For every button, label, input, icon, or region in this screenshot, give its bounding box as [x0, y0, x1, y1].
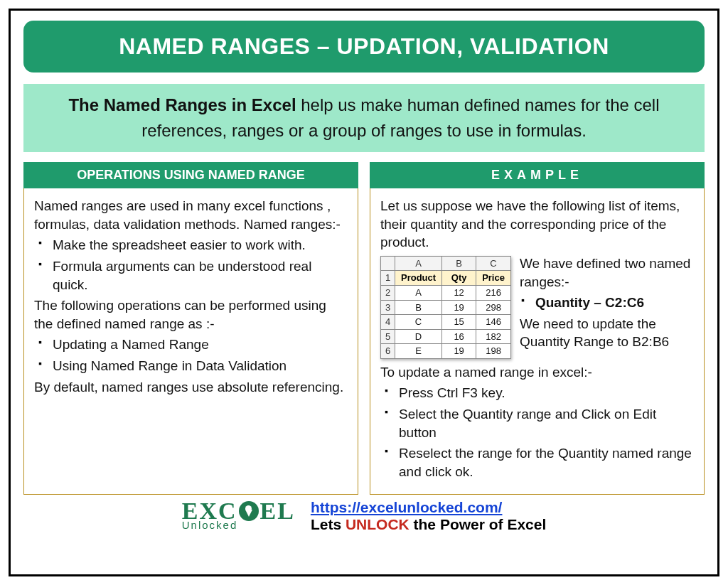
cell: 19 [442, 300, 476, 315]
row-header-1: 1 [381, 271, 395, 286]
cell: A [395, 286, 442, 301]
right-column-header: EXAMPLE [370, 162, 705, 188]
col-header-a: A [395, 256, 442, 271]
th-qty: Qty [442, 271, 476, 286]
excel-table: A B C 1 Product Qty Price 2 A [380, 256, 511, 359]
left-column-body: Named ranges are used in many excel func… [23, 188, 358, 495]
left-bullet-3: Updating a Named Range [53, 336, 348, 354]
right-column: EXAMPLE Let us suppose we have the follo… [370, 162, 705, 495]
example-row: A B C 1 Product Qty Price 2 A [380, 254, 694, 359]
row-header-2: 2 [381, 286, 395, 301]
step-2: Select the Quantity range and Click on E… [399, 405, 694, 441]
th-price: Price [476, 271, 511, 286]
cell: 298 [476, 300, 511, 315]
cell: C [395, 315, 442, 330]
cell: 19 [442, 344, 476, 359]
left-bullet-1: Make the spreadsheet easier to work with… [53, 236, 348, 254]
content-columns: OPERATIONS USING NAMED RANGE Named range… [23, 162, 705, 495]
left-p2: The following operations can be performe… [34, 296, 348, 333]
footer-tagline: Lets UNLOCK the Power of Excel [311, 516, 546, 533]
right-p2: To update a named range in excel:- [380, 363, 694, 382]
footer: EXC EL Unlocked https://excelunlocked.co… [23, 499, 705, 533]
cell: 182 [476, 329, 511, 344]
left-p1: Named ranges are used in many excel func… [34, 197, 348, 233]
step-3: Reselect the range for the Quantity name… [399, 444, 694, 481]
row-header-4: 4 [381, 315, 395, 330]
right-p1: Let us suppose we have the following lis… [380, 197, 694, 252]
tag-1: Lets [311, 516, 346, 532]
cell: 198 [476, 344, 511, 359]
intro-banner: The Named Ranges in Excel help us make h… [23, 84, 705, 152]
keyhole-icon [239, 501, 259, 521]
left-column: OPERATIONS USING NAMED RANGE Named range… [23, 162, 358, 495]
left-p3: By default, named ranges use absolute re… [34, 378, 348, 397]
col-header-c: C [476, 256, 511, 271]
intro-bold: The Named Ranges in Excel [68, 95, 296, 114]
th-product: Product [395, 271, 442, 286]
cell: 16 [442, 329, 476, 344]
side-bullet-1: Quantity – C2:C6 [535, 294, 694, 312]
cell: D [395, 329, 442, 344]
example-side-text: We have defined two named ranges:- Quant… [520, 254, 694, 351]
cell: 216 [476, 286, 511, 301]
cell: 12 [442, 286, 476, 301]
left-bullet-4: Using Named Range in Data Validation [53, 357, 348, 375]
right-column-body: Let us suppose we have the following lis… [370, 188, 705, 495]
left-bullet-2: Formula arguments can be understood real… [53, 257, 348, 294]
logo: EXC EL Unlocked [182, 500, 295, 532]
step-1: Press Ctrl F3 key. [399, 384, 694, 402]
logo-text-2: EL [260, 500, 295, 522]
tag-unlock: UNLOCK [346, 516, 410, 532]
side-p2: We need to update the Quantity Range to … [520, 315, 694, 351]
col-header-b: B [442, 256, 476, 271]
cell: 15 [442, 315, 476, 330]
side-p1: We have defined two named ranges:- [520, 254, 694, 291]
row-header-6: 6 [381, 344, 395, 359]
footer-text: https://excelunlocked.com/ Lets UNLOCK t… [311, 499, 546, 533]
cell: B [395, 300, 442, 315]
row-header-5: 5 [381, 329, 395, 344]
cell: 146 [476, 315, 511, 330]
row-header-3: 3 [381, 300, 395, 315]
cell: E [395, 344, 442, 359]
infographic-frame: NAMED RANGES – UPDATION, VALIDATION The … [9, 9, 719, 576]
table-corner [381, 256, 395, 271]
page-title: NAMED RANGES – UPDATION, VALIDATION [23, 21, 705, 73]
left-column-header: OPERATIONS USING NAMED RANGE [23, 162, 358, 188]
footer-link[interactable]: https://excelunlocked.com/ [311, 499, 503, 515]
tag-2: the Power of Excel [410, 516, 547, 532]
